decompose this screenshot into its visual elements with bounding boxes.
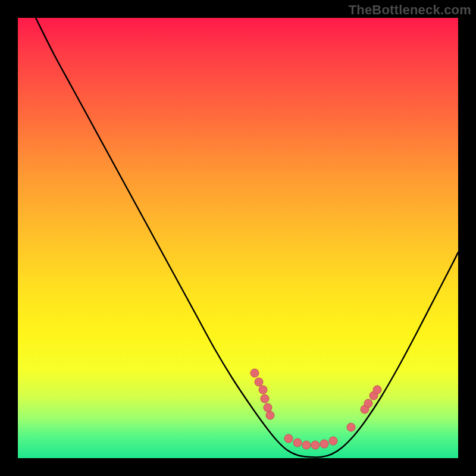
data-point [329,437,337,445]
data-points [250,369,381,449]
data-point [311,441,320,449]
data-point [266,411,274,419]
data-point [261,394,269,403]
data-point [259,386,267,394]
data-point [250,369,259,377]
data-point [373,386,381,394]
data-point [302,441,311,449]
chart-svg [18,18,458,458]
data-point [293,439,302,447]
watermark-text: TheBottleneck.com [349,2,471,18]
data-point [320,440,328,448]
data-point [264,403,272,412]
data-point [347,423,355,431]
bottleneck-curve [36,18,458,458]
data-point [284,434,293,443]
data-point [255,378,263,386]
data-point [364,399,372,408]
